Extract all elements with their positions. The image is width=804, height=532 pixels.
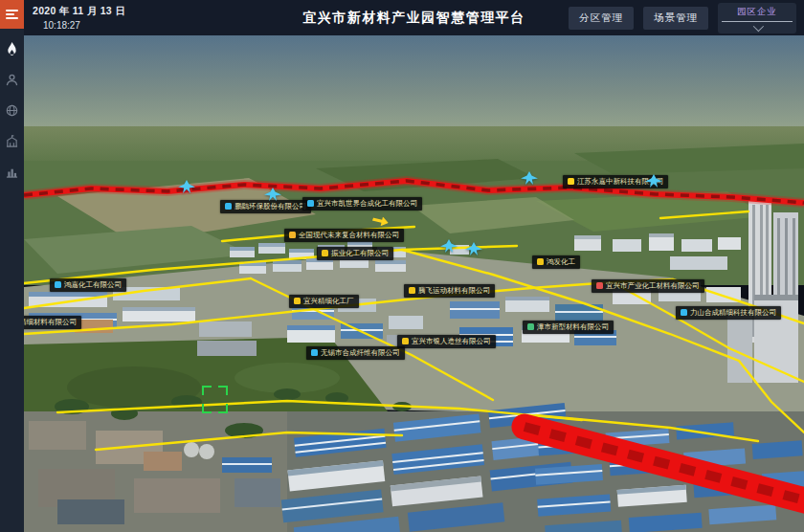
map-label[interactable]: 力山合成精细科技有限公司 bbox=[676, 306, 781, 320]
company-marker-icon bbox=[225, 203, 232, 210]
company-label-text: 全国现代未来复合材料有限公司 bbox=[299, 232, 399, 239]
sidebar bbox=[0, 29, 24, 532]
company-label-text: 宜兴市银人造丝有限公司 bbox=[412, 338, 491, 345]
company-marker-icon bbox=[402, 338, 409, 344]
company-label-text: 腾飞运动材料有限公司 bbox=[418, 287, 490, 295]
map-label[interactable]: 鹏鹞环保股份有限公司 bbox=[220, 200, 311, 213]
flame-icon[interactable] bbox=[5, 42, 19, 56]
date-text: 2020 年 11 月 13 日 bbox=[33, 5, 125, 18]
jet-3d-marker-icon[interactable] bbox=[440, 239, 458, 253]
company-marker-icon bbox=[596, 282, 603, 289]
datetime: 2020 年 11 月 13 日 10:18:27 bbox=[33, 5, 125, 31]
company-label-text: 宜兴市凯世界合成化工有限公司 bbox=[317, 200, 417, 208]
company-label-text: 鸿嘉化工有限公司 bbox=[64, 281, 122, 289]
company-label-text: 鹏鹞环保股份有限公司 bbox=[234, 203, 306, 211]
map-label[interactable]: 宜兴精细化工厂 bbox=[289, 295, 359, 308]
jet-3d-marker-icon[interactable] bbox=[521, 171, 538, 185]
map-label[interactable]: 宜兴市产业化工材料有限公司 bbox=[592, 279, 704, 293]
company-label-text: 力山合成精细科技有限公司 bbox=[690, 309, 776, 317]
zone-management-button[interactable]: 分区管理 bbox=[569, 7, 634, 30]
bar-chart-icon[interactable] bbox=[5, 165, 19, 179]
top-bar: 2020 年 11 月 13 日 10:18:27 宜兴市新材料产业园智慧管理平… bbox=[24, 0, 804, 35]
company-marker-icon bbox=[289, 232, 296, 238]
map-label[interactable]: 潭市新型材料有限公司 bbox=[523, 321, 614, 334]
company-label-text: 潭市新型材料有限公司 bbox=[537, 323, 609, 331]
jet-3d-marker-icon[interactable] bbox=[465, 242, 482, 255]
company-marker-icon bbox=[681, 309, 687, 316]
map-label[interactable]: 鸿发化工 bbox=[532, 255, 580, 269]
park-enterprise-dropdown[interactable]: 园区企业 bbox=[718, 3, 796, 33]
company-marker-icon bbox=[409, 287, 415, 294]
company-marker-icon bbox=[55, 281, 61, 288]
building-icon[interactable] bbox=[5, 134, 19, 148]
map-3d-scene[interactable] bbox=[0, 0, 804, 532]
dropdown-label: 园区企业 bbox=[737, 6, 777, 18]
company-marker-icon bbox=[568, 178, 574, 185]
map-label[interactable]: 宜兴市银人造丝有限公司 bbox=[397, 335, 496, 348]
scene-management-button[interactable]: 场景管理 bbox=[643, 7, 708, 30]
jet-3d-marker-icon[interactable] bbox=[645, 174, 662, 188]
map-label[interactable]: 振业化工有限公司 bbox=[317, 247, 393, 260]
company-label-text: 宜兴精细化工厂 bbox=[303, 298, 354, 305]
jet-3d-marker-icon[interactable] bbox=[178, 180, 195, 193]
user-icon[interactable] bbox=[5, 73, 19, 87]
company-label-text: 宜兴市产业化工材料有限公司 bbox=[606, 282, 700, 290]
company-label-text: 无锡市合成纤维有限公司 bbox=[321, 349, 400, 357]
map-label[interactable]: 无锡市合成纤维有限公司 bbox=[306, 346, 405, 360]
map-label[interactable]: 鸿嘉化工有限公司 bbox=[50, 278, 126, 292]
hamburger-menu-icon bbox=[6, 8, 18, 21]
map-label[interactable]: 宜兴市凯世界合成化工有限公司 bbox=[302, 197, 422, 211]
company-marker-icon bbox=[537, 258, 544, 265]
company-label-text: 振业化工有限公司 bbox=[331, 250, 389, 257]
company-marker-icon bbox=[322, 250, 328, 256]
company-label-text: 鸿发化工 bbox=[547, 258, 575, 266]
company-marker-icon bbox=[311, 349, 318, 356]
map-label[interactable]: 全国现代未来复合材料有限公司 bbox=[284, 229, 404, 242]
chevron-down-icon bbox=[753, 20, 764, 31]
map-label[interactable]: 腾飞运动材料有限公司 bbox=[404, 284, 495, 298]
company-marker-icon bbox=[294, 298, 301, 304]
company-marker-icon bbox=[527, 323, 534, 330]
company-marker-icon bbox=[307, 200, 314, 207]
time-text: 10:18:27 bbox=[43, 20, 125, 31]
main-menu-button[interactable] bbox=[0, 0, 24, 29]
jet-3d-marker-icon[interactable] bbox=[264, 188, 281, 201]
globe-icon[interactable] bbox=[5, 103, 19, 118]
